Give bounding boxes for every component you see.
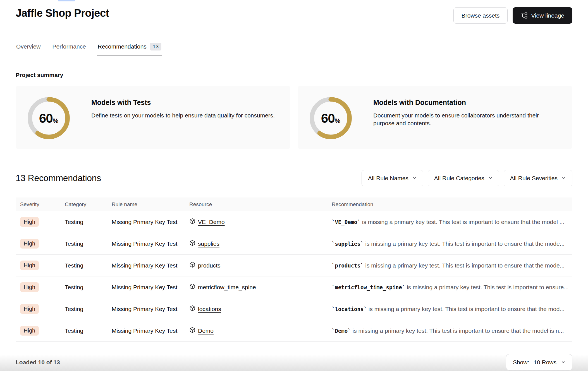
severity-badge: High <box>20 326 39 336</box>
table-row: High Testing Missing Primary Key Test su… <box>16 233 572 255</box>
category-cell: Testing <box>60 306 107 312</box>
tests-card-title: Models with Tests <box>91 98 275 107</box>
top-cutoff-element <box>58 0 75 1</box>
browse-assets-button[interactable]: Browse assets <box>453 7 508 24</box>
model-cube-icon <box>189 240 195 247</box>
category-cell: Testing <box>60 327 107 334</box>
recommendations-table: Severity Category Rule name Resource Rec… <box>16 197 572 342</box>
tests-donut-chart: 60% <box>27 97 70 139</box>
resource-link[interactable]: Demo <box>198 327 214 334</box>
rule-name-link[interactable]: Missing Primary Key Test <box>112 240 177 247</box>
tab-performance[interactable]: Performance <box>52 41 87 56</box>
summary-cards: 60% Models with Tests Define tests on yo… <box>16 86 572 149</box>
models-with-documentation-card: 60% Models with Documentation Document y… <box>298 86 572 149</box>
tests-donut-value: 60% <box>27 97 70 139</box>
column-header-recommendation: Recommendation <box>327 201 572 208</box>
tab-bar: Overview Performance Recommendations 13 <box>16 41 572 56</box>
rule-categories-filter-label: All Rule Categories <box>434 175 484 182</box>
table-header-row: Severity Category Rule name Resource Rec… <box>16 197 572 211</box>
severity-badge: High <box>20 239 39 249</box>
documentation-card-description: Document your models to ensure collabora… <box>373 112 561 127</box>
chevron-down-icon <box>412 175 417 182</box>
recommendation-cell: `products` is missing a primary key test… <box>327 262 572 269</box>
rule-name-link[interactable]: Missing Primary Key Test <box>112 284 177 290</box>
model-cube-icon <box>189 305 195 313</box>
table-footer: Loaded 10 of 13 Show: 10 Rows <box>16 354 572 370</box>
recommendation-cell: `supplies` is missing a primary key test… <box>327 240 572 247</box>
recommendation-cell: `metricflow_time_spine` is missing a pri… <box>327 284 572 291</box>
lineage-icon <box>521 12 528 19</box>
recommendation-cell: `VE_Demo` is missing a primary key test.… <box>327 219 572 225</box>
table-row: High Testing Missing Primary Key Test me… <box>16 276 572 298</box>
documentation-donut-chart: 60% <box>309 97 352 139</box>
category-cell: Testing <box>60 262 107 269</box>
browse-assets-label: Browse assets <box>462 12 500 19</box>
rule-name-link[interactable]: Missing Primary Key Test <box>112 262 177 269</box>
rule-name-link[interactable]: Missing Primary Key Test <box>112 327 177 334</box>
rule-severities-filter-label: All Rule Severities <box>510 175 558 182</box>
tab-recommendations-label: Recommendations <box>98 43 147 50</box>
documentation-donut-value: 60% <box>309 97 352 139</box>
recommendations-count-badge: 13 <box>150 43 161 50</box>
project-summary-label: Project summary <box>16 72 572 78</box>
severity-badge: High <box>20 282 39 292</box>
filter-group: All Rule Names All Rule Categories All R… <box>362 170 572 186</box>
model-cube-icon <box>189 262 195 269</box>
view-lineage-button[interactable]: View lineage <box>513 7 572 24</box>
column-header-category: Category <box>60 201 107 208</box>
table-row: High Testing Missing Primary Key Test VE… <box>16 211 572 233</box>
tab-recommendations[interactable]: Recommendations 13 <box>97 41 162 56</box>
tab-performance-label: Performance <box>52 43 86 50</box>
rule-name-link[interactable]: Missing Primary Key Test <box>112 219 177 225</box>
model-cube-icon <box>189 283 195 291</box>
resource-link[interactable]: metricflow_time_spine <box>198 284 256 291</box>
column-header-resource: Resource <box>185 201 327 208</box>
loaded-count-text: Loaded 10 of 13 <box>16 359 60 366</box>
model-cube-icon <box>189 327 195 334</box>
header-actions: Browse assets View lineage <box>453 7 572 24</box>
chevron-down-icon <box>561 359 565 366</box>
rule-names-filter[interactable]: All Rule Names <box>362 170 423 186</box>
resource-link[interactable]: products <box>198 262 221 269</box>
recommendation-cell: `Demo` is missing a primary key test. Th… <box>327 327 572 334</box>
tests-card-description: Define tests on your models to help ensu… <box>91 112 275 119</box>
severity-badge: High <box>20 304 39 314</box>
tab-overview-label: Overview <box>16 43 41 50</box>
project-page: Jaffle Shop Project Browse assets View <box>0 0 588 371</box>
rule-severities-filter[interactable]: All Rule Severities <box>504 170 572 186</box>
rule-name-link[interactable]: Missing Primary Key Test <box>112 306 177 312</box>
column-header-severity: Severity <box>16 201 60 208</box>
category-cell: Testing <box>60 284 107 291</box>
table-row: High Testing Missing Primary Key Test De… <box>16 320 572 342</box>
rule-names-filter-label: All Rule Names <box>368 175 408 182</box>
column-header-rule-name: Rule name <box>107 201 185 208</box>
tab-overview[interactable]: Overview <box>16 41 41 56</box>
table-row: High Testing Missing Primary Key Test lo… <box>16 298 572 320</box>
view-lineage-label: View lineage <box>531 12 564 19</box>
table-body: High Testing Missing Primary Key Test VE… <box>16 211 572 342</box>
show-value: 10 Rows <box>534 359 556 366</box>
rule-categories-filter[interactable]: All Rule Categories <box>428 170 499 186</box>
rows-per-page-dropdown[interactable]: Show: 10 Rows <box>506 354 572 370</box>
documentation-card-title: Models with Documentation <box>373 98 561 107</box>
recommendations-heading: 13 Recommendations <box>16 173 101 183</box>
recommendation-cell: `locations` is missing a primary key tes… <box>327 306 572 312</box>
category-cell: Testing <box>60 240 107 247</box>
chevron-down-icon <box>561 175 566 182</box>
resource-link[interactable]: locations <box>198 306 221 312</box>
model-cube-icon <box>189 218 195 226</box>
page-title: Jaffle Shop Project <box>16 7 109 19</box>
severity-badge: High <box>20 217 39 227</box>
table-row: High Testing Missing Primary Key Test pr… <box>16 255 572 276</box>
resource-link[interactable]: supplies <box>198 240 219 247</box>
resource-link[interactable]: VE_Demo <box>198 219 225 225</box>
chevron-down-icon <box>488 175 493 182</box>
severity-badge: High <box>20 261 39 270</box>
category-cell: Testing <box>60 219 107 225</box>
page-header: Jaffle Shop Project Browse assets View <box>16 0 572 24</box>
show-label: Show: <box>513 359 529 366</box>
models-with-tests-card: 60% Models with Tests Define tests on yo… <box>16 86 290 149</box>
